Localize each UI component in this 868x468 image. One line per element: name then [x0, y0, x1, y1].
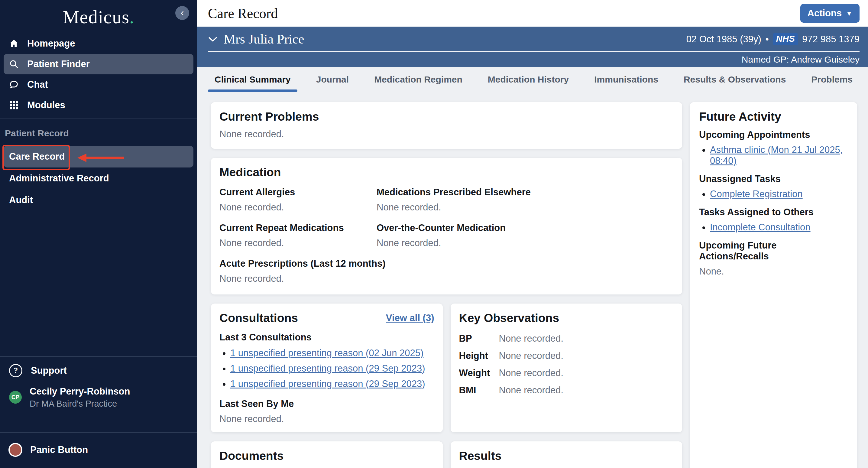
consultation-link[interactable]: 1 unspecified presenting reason (29 Sep …: [230, 379, 425, 389]
card-title: Medication: [219, 166, 674, 179]
sidebar-nav: Homepage Patient Finder Chat: [0, 33, 197, 116]
upcoming-appointments-list: Asthma clinic (Mon 21 Jul 2025, 08:40): [699, 145, 848, 166]
view-all-link[interactable]: View all (3): [386, 313, 434, 323]
observation-value: None recorded.: [499, 385, 564, 396]
task-link[interactable]: Incomplete Consultation: [710, 222, 811, 233]
list-item: 1 unspecified presenting reason (29 Sep …: [230, 379, 434, 389]
otc-medication-section: Over-the-Counter Medication None recorde…: [377, 223, 674, 248]
observation-value: None recorded.: [499, 333, 564, 344]
chat-icon: [9, 80, 19, 89]
empty-state-text: None recorded.: [219, 129, 674, 140]
key-observations-card: Key Observations BP None recorded. Heigh…: [451, 303, 682, 432]
patient-dob: 02 Oct 1985 (39y): [686, 34, 761, 45]
app-window: Medicus. ‹ Homepage Patient Finder Ch: [0, 0, 868, 468]
observation-row: BMI None recorded.: [459, 385, 674, 396]
card-title: Results: [459, 449, 674, 463]
observation-label: BP: [459, 333, 499, 344]
actions-button[interactable]: Actions ▼: [800, 4, 860, 23]
consultations-card: Consultations View all (3) Last 3 Consul…: [211, 303, 443, 432]
current-user[interactable]: CP Cecily Perry-Robinson Dr MA Baird's P…: [0, 386, 197, 409]
patient-name: Mrs Julia Price: [224, 31, 304, 47]
tab-problems[interactable]: Problems: [805, 75, 859, 92]
sidebar-item-modules[interactable]: Modules: [0, 95, 197, 116]
observation-label: Height: [459, 350, 499, 361]
sidebar-item-patient-finder[interactable]: Patient Finder: [4, 54, 193, 75]
patient-record-section-label: Patient Record: [5, 128, 197, 139]
tab-clinical-summary[interactable]: Clinical Summary: [208, 75, 298, 92]
section-heading: Acute Prescriptions (Last 12 months): [219, 258, 674, 269]
section-heading: Last 3 Consultations: [219, 332, 434, 343]
sidebar: Medicus. ‹ Homepage Patient Finder Ch: [0, 0, 197, 468]
sidebar-item-label: Chat: [27, 79, 48, 90]
clinical-summary-content: Current Problems None recorded. Medicati…: [197, 92, 868, 468]
patient-banner-toggle[interactable]: Mrs Julia Price: [208, 31, 304, 47]
observation-row: Weight None recorded.: [459, 368, 674, 379]
section-heading: Upcoming Future Actions/Recalls: [699, 240, 848, 262]
sidebar-item-label: Administrative Record: [9, 173, 109, 184]
list-item: 1 unspecified presenting reason (02 Jun …: [230, 348, 434, 358]
task-link[interactable]: Complete Registration: [710, 189, 803, 199]
observation-row: BP None recorded.: [459, 333, 674, 344]
card-title: Current Problems: [219, 110, 674, 123]
section-heading: Upcoming Appointments: [699, 129, 848, 140]
sidebar-item-administrative-record[interactable]: Administrative Record: [4, 168, 193, 189]
patient-demographics: 02 Oct 1985 (39y) • NHS 972 985 1379: [686, 33, 860, 45]
consultation-link[interactable]: 1 unspecified presenting reason (29 Sep …: [230, 363, 425, 374]
sidebar-item-chat[interactable]: Chat: [0, 75, 197, 95]
tab-immunisations[interactable]: Immunisations: [588, 75, 665, 92]
observation-label: BMI: [459, 385, 499, 396]
patient-record-nav: Care Record Administrative Record Audit: [0, 146, 197, 211]
nhs-logo: NHS: [773, 33, 798, 45]
tab-results-observations[interactable]: Results & Observations: [677, 75, 793, 92]
acute-prescriptions-section: Acute Prescriptions (Last 12 months) Non…: [219, 258, 674, 284]
results-card: Results Last 3 Months None recorded.: [451, 441, 682, 468]
logo-dot: .: [129, 7, 134, 27]
empty-state-text: None recorded.: [219, 273, 674, 284]
panic-label: Panic Button: [30, 444, 88, 455]
sidebar-item-support[interactable]: ? Support: [0, 360, 197, 381]
card-title: Documents: [219, 449, 434, 463]
separator-dot: •: [766, 34, 769, 45]
observation-value: None recorded.: [499, 368, 564, 379]
card-title: Future Activity: [699, 110, 848, 123]
documents-results-row: Documents Last 3 Months None recorded. R…: [211, 441, 682, 468]
card-title: Consultations: [219, 312, 298, 325]
consultations-observations-row: Consultations View all (3) Last 3 Consul…: [211, 303, 682, 432]
consultation-link[interactable]: 1 unspecified presenting reason (02 Jun …: [230, 348, 424, 358]
list-item: Complete Registration: [710, 189, 848, 200]
nhs-number: 972 985 1379: [802, 34, 860, 45]
list-item: Asthma clinic (Mon 21 Jul 2025, 08:40): [710, 145, 848, 166]
sidebar-collapse-button[interactable]: ‹: [175, 6, 189, 20]
panic-button[interactable]: Panic Button: [0, 440, 197, 460]
tab-medication-history[interactable]: Medication History: [481, 75, 576, 92]
help-icon: ?: [9, 364, 22, 377]
sidebar-item-label: Audit: [9, 195, 33, 206]
avatar: CP: [9, 391, 22, 404]
sidebar-item-homepage[interactable]: Homepage: [0, 33, 197, 54]
sidebar-item-care-record[interactable]: Care Record: [4, 146, 193, 168]
home-icon: [9, 39, 19, 48]
named-gp: Named GP: Andrew Guiseley: [742, 54, 860, 65]
tab-journal[interactable]: Journal: [309, 75, 355, 92]
sidebar-item-label: Care Record: [9, 151, 65, 162]
top-header: Care Record Actions ▼: [197, 0, 868, 27]
empty-state-text: None recorded.: [219, 414, 434, 425]
appointment-link[interactable]: Asthma clinic (Mon 21 Jul 2025, 08:40): [710, 145, 843, 166]
actions-label: Actions: [808, 8, 842, 19]
medicus-logo: Medicus.: [63, 6, 134, 28]
section-heading: Medications Prescribed Elsewhere: [377, 187, 674, 198]
observation-row: Height None recorded.: [459, 350, 674, 361]
section-heading: Current Repeat Medications: [219, 223, 377, 233]
care-record-tabs: Clinical Summary Journal Medication Regi…: [197, 67, 868, 92]
sidebar-item-audit[interactable]: Audit: [4, 189, 193, 211]
current-problems-card: Current Problems None recorded.: [211, 102, 682, 149]
user-name: Cecily Perry-Robinson: [30, 386, 130, 397]
documents-card: Documents Last 3 Months None recorded.: [211, 441, 443, 468]
empty-state-text: None.: [699, 266, 848, 277]
list-item: 1 unspecified presenting reason (29 Sep …: [230, 363, 434, 374]
search-icon: [9, 59, 19, 69]
sidebar-divider: [0, 356, 197, 357]
tab-medication-regimen[interactable]: Medication Regimen: [368, 75, 469, 92]
chevron-left-icon: ‹: [181, 7, 184, 17]
user-practice: Dr MA Baird's Practice: [30, 399, 130, 409]
